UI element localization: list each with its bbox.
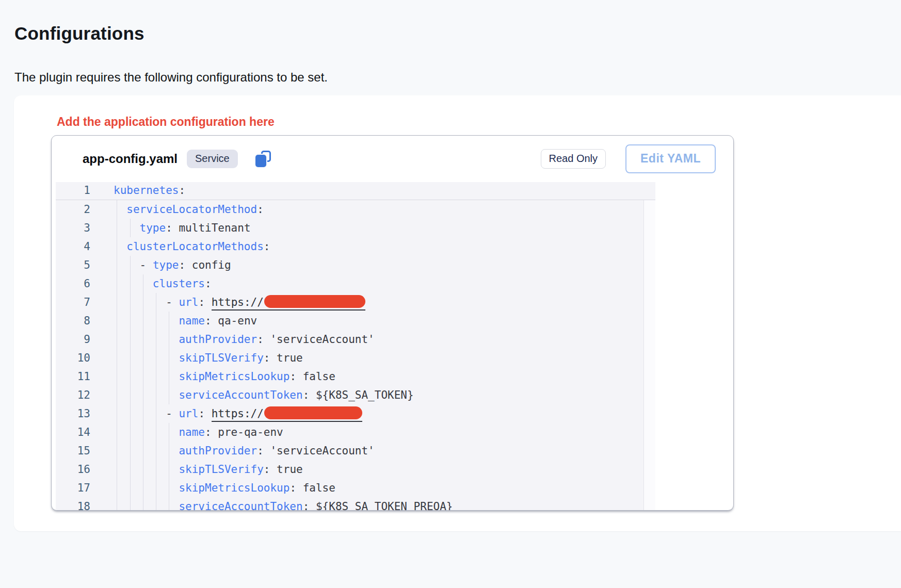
indent-guide xyxy=(117,497,117,511)
code-token: : xyxy=(205,426,212,438)
code-token: multiTenant xyxy=(172,222,251,234)
code-line-content: name: pre-qa-env xyxy=(114,423,655,442)
indent-guide xyxy=(156,386,156,404)
copy-button[interactable] xyxy=(254,150,272,168)
edit-yaml-button[interactable]: Edit YAML xyxy=(625,144,716,173)
indent-guide xyxy=(143,330,143,349)
code-token: 'serviceAccount' xyxy=(264,333,375,346)
line-number: 10 xyxy=(56,349,99,367)
indent-guide xyxy=(117,349,117,367)
code-token: : xyxy=(179,184,185,197)
code-line: 11 skipMetricsLookup: false xyxy=(56,367,655,386)
indent-guide xyxy=(130,404,131,423)
read-only-button[interactable]: Read Only xyxy=(541,149,606,169)
code-line: 2 serviceLocatorMethod: xyxy=(56,200,655,219)
code-token: : xyxy=(303,389,310,401)
code-token: - xyxy=(166,296,179,308)
line-number: 12 xyxy=(56,386,99,404)
code-token: config xyxy=(185,259,231,271)
redacted-url xyxy=(264,406,362,419)
indent-guide xyxy=(130,219,131,237)
code-line: 9 authProvider: 'serviceAccount' xyxy=(56,330,655,349)
code-line: 1kubernetes: xyxy=(56,182,655,200)
code-token: skipTLSVerify xyxy=(179,463,263,476)
code-line-content: authProvider: 'serviceAccount' xyxy=(114,330,655,349)
indent-guide xyxy=(156,479,156,497)
indent-guide xyxy=(117,256,117,274)
code-token: authProvider xyxy=(179,333,257,346)
code-token: type xyxy=(140,222,166,234)
page-title: Configurations xyxy=(14,23,144,44)
indent-guide xyxy=(143,312,143,330)
indent-guide xyxy=(117,404,117,423)
code-token: serviceAccountToken xyxy=(179,500,302,511)
code-line: 5 - type: config xyxy=(56,256,655,274)
indent-guide xyxy=(143,404,143,423)
editor-header: app-config.yaml Service Read Only Edit Y… xyxy=(52,136,733,182)
code-token: authProvider xyxy=(179,445,257,457)
line-number: 17 xyxy=(56,479,99,497)
indent-guide xyxy=(169,312,169,330)
indent-guide xyxy=(169,330,169,349)
line-number: 16 xyxy=(56,460,99,479)
code-line-content: skipTLSVerify: true xyxy=(114,349,655,367)
code-line-content: serviceLocatorMethod: xyxy=(114,200,655,219)
code-token: : xyxy=(198,407,205,420)
line-number: 18 xyxy=(56,497,99,511)
code-line: 14 name: pre-qa-env xyxy=(56,423,655,442)
line-number: 7 xyxy=(56,293,99,312)
indent-guide xyxy=(117,200,117,219)
indent-guide xyxy=(156,460,156,479)
code-token: pre-qa-env xyxy=(212,426,283,438)
code-token: url xyxy=(179,296,198,308)
indent-guide xyxy=(169,423,169,442)
indent-guide xyxy=(156,497,156,511)
code-line-content: - url: https:// xyxy=(114,293,655,312)
indent-guide xyxy=(117,367,117,386)
indent-guide xyxy=(156,349,156,367)
code-token: true xyxy=(270,352,302,364)
code-editor[interactable]: 1kubernetes:2 serviceLocatorMethod:3 typ… xyxy=(56,182,655,511)
code-token: false xyxy=(296,370,335,383)
url-value: https:// xyxy=(212,407,362,422)
code-line-content: type: multiTenant xyxy=(114,219,655,237)
code-line: 6 clusters: xyxy=(56,274,655,293)
code-line-content: authProvider: 'serviceAccount' xyxy=(114,442,655,460)
indent-guide xyxy=(130,274,131,293)
code-line: 17 skipMetricsLookup: false xyxy=(56,479,655,497)
code-token: : xyxy=(179,259,185,271)
indent-guide xyxy=(117,219,117,237)
line-number: 6 xyxy=(56,274,99,293)
indent-guide xyxy=(143,293,143,312)
code-token: ${K8S_SA_TOKEN_PREQA} xyxy=(309,500,453,511)
line-number: 13 xyxy=(56,404,99,423)
redacted-url xyxy=(264,295,365,308)
line-number: 14 xyxy=(56,423,99,442)
code-token: url xyxy=(179,407,198,420)
code-token: kubernetes xyxy=(114,184,179,197)
indent-guide xyxy=(117,442,117,460)
line-number: 9 xyxy=(56,330,99,349)
indent-guide xyxy=(130,293,131,312)
code-token: : xyxy=(289,370,296,383)
indent-guide xyxy=(143,386,143,404)
yaml-editor-panel: app-config.yaml Service Read Only Edit Y… xyxy=(51,135,734,511)
indent-guide xyxy=(169,367,169,386)
indent-guide xyxy=(117,479,117,497)
code-line-content: serviceAccountToken: ${K8S_SA_TOKEN_PREQ… xyxy=(114,497,655,511)
indent-guide xyxy=(169,479,169,497)
code-line: 15 authProvider: 'serviceAccount' xyxy=(56,442,655,460)
code-token: skipMetricsLookup xyxy=(179,370,289,383)
indent-guide xyxy=(130,386,131,404)
indent-guide xyxy=(130,479,131,497)
code-line-content: clusters: xyxy=(114,274,655,293)
indent-guide xyxy=(156,423,156,442)
code-token: : xyxy=(205,277,212,290)
indent-guide xyxy=(143,442,143,460)
code-line-content: serviceAccountToken: ${K8S_SA_TOKEN} xyxy=(114,386,655,404)
code-token: serviceLocatorMethod xyxy=(126,203,257,216)
code-token: - xyxy=(140,259,153,271)
code-token: : xyxy=(257,203,264,216)
indent-guide xyxy=(130,312,131,330)
code-line: 13 - url: https:// xyxy=(56,404,655,423)
